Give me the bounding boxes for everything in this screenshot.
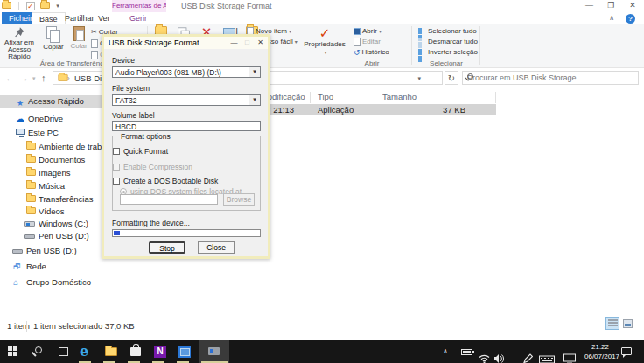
column-header-size[interactable]: Tamanho xyxy=(382,92,416,101)
thumbnails-view-button[interactable] xyxy=(620,317,634,330)
usb-drive-icon xyxy=(24,234,35,239)
properties-button[interactable]: ✓ Propriedades xyxy=(301,26,348,56)
paste-shortcut-icon xyxy=(91,51,98,59)
folder-icon xyxy=(26,156,36,163)
sidebar-item-desktop[interactable]: Ambiente de trabalho xyxy=(0,141,112,153)
chevron-down-icon[interactable]: ▼ xyxy=(248,67,260,77)
search-icon xyxy=(467,73,473,80)
sidebar-item-pen-usb-d-root[interactable]: Pen USB (D:) xyxy=(0,245,112,257)
folder-icon xyxy=(58,74,67,81)
device-select[interactable]: Audio Player\003 (981 MB) (D:\) ▼ xyxy=(112,66,261,78)
paste-button[interactable]: Colar xyxy=(66,26,91,50)
select-all-button[interactable]: Selecionar tudo xyxy=(418,27,477,38)
star-icon: ★ xyxy=(17,97,24,109)
filesystem-select[interactable]: FAT32 ▼ xyxy=(112,94,261,106)
taskbar-app-blue-button[interactable] xyxy=(173,340,196,363)
quick-format-checkbox[interactable]: Quick Format xyxy=(113,147,168,156)
copy-button[interactable]: Copiar xyxy=(40,26,66,51)
details-view-button[interactable] xyxy=(606,317,620,330)
status-bar: 1 item 1 item selecionado 37,0 KB xyxy=(0,313,644,339)
chevron-down-icon[interactable]: ▼ xyxy=(248,95,260,105)
address-dropdown-chevron-icon[interactable]: ▾ xyxy=(417,72,421,85)
sidebar-item-homegroup[interactable]: ⌂Grupo Doméstico xyxy=(0,276,112,289)
usb-format-tool-icon xyxy=(208,347,220,355)
usb-drive-icon xyxy=(12,249,23,254)
dialog-titlebar[interactable]: USB Disk Storage Format — □ ✕ xyxy=(104,37,268,49)
sidebar-item-pictures[interactable]: Imagens xyxy=(0,167,112,179)
taskbar-clock[interactable]: 21:22 06/07/2017 xyxy=(584,342,616,361)
divider xyxy=(66,2,66,10)
sidebar-item-videos[interactable]: Vídeos xyxy=(0,206,112,218)
customize-toolbar-chevron-icon[interactable]: ▾ xyxy=(56,3,60,10)
refresh-icon[interactable]: ↻ xyxy=(444,71,458,85)
action-center-icon[interactable] xyxy=(621,347,632,355)
taskbar-store-button[interactable] xyxy=(124,340,147,363)
history-button[interactable]: ↺Histórico xyxy=(354,48,389,59)
format-options-caption: Format options xyxy=(118,132,173,141)
sidebar-item-windows-c[interactable]: Windows (C:) xyxy=(0,218,112,230)
new-folder-quick-icon[interactable] xyxy=(40,2,50,9)
properties-quick-icon[interactable]: ✓ xyxy=(26,2,35,10)
cell-type: Aplicação xyxy=(318,104,354,115)
help-icon[interactable]: ? xyxy=(626,14,635,24)
divider xyxy=(411,26,412,65)
pin-to-quick-access-button[interactable]: Afixar em Acesso Rápido xyxy=(0,26,38,60)
recent-locations-chevron-icon[interactable]: ▾ xyxy=(32,75,36,82)
filesystem-label: File system xyxy=(112,84,150,93)
search-input[interactable]: Procurar em USB Disk Storage ... xyxy=(462,71,639,85)
minimize-icon[interactable]: — xyxy=(579,0,598,11)
open-button[interactable]: Abrir xyxy=(354,27,382,38)
minimize-ribbon-chevron-icon[interactable]: ∧ xyxy=(609,14,614,22)
sidebar-item-music[interactable]: Música xyxy=(0,180,112,192)
dialog-close-icon[interactable]: ✕ xyxy=(255,38,266,48)
explorer-app-icon xyxy=(2,2,11,9)
sidebar-item-this-pc[interactable]: Este PC xyxy=(0,127,112,139)
wifi-icon[interactable] xyxy=(479,347,490,363)
task-view-button[interactable] xyxy=(52,340,75,363)
tray-expand-chevron-icon[interactable]: ∧ xyxy=(443,340,448,363)
ribbon-tabstrip: Ficheiro Base Partilhar Ver Gerir xyxy=(0,12,644,24)
taskbar-usb-format-button[interactable] xyxy=(200,340,229,363)
column-header-type[interactable]: Tipo xyxy=(318,92,333,101)
computer-icon xyxy=(16,129,25,135)
sidebar-item-network[interactable]: 🗗Rede xyxy=(0,261,112,273)
open-group-label: Abrir xyxy=(346,59,398,67)
taskbar-search-button[interactable] xyxy=(28,340,51,363)
sidebar-item-onedrive[interactable]: ☁OneDrive xyxy=(0,113,112,125)
breadcrumb-chevron-icon: › xyxy=(67,72,70,85)
restore-icon[interactable]: ❐ xyxy=(601,0,620,11)
keyboard-icon[interactable] xyxy=(539,348,555,363)
forward-icon[interactable]: → xyxy=(19,73,29,83)
close-icon[interactable]: ✕ xyxy=(623,0,642,11)
close-button[interactable]: Close xyxy=(198,241,234,254)
tab-view[interactable]: Ver xyxy=(91,12,117,24)
taskbar-edge-button[interactable]: e xyxy=(75,340,98,363)
edit-icon xyxy=(354,38,360,46)
pen-icon[interactable] xyxy=(523,347,533,363)
sidebar-item-downloads[interactable]: Transferências xyxy=(0,193,112,206)
start-button[interactable] xyxy=(2,340,24,363)
monitor-icon[interactable] xyxy=(564,347,576,363)
taskbar-explorer-button[interactable] xyxy=(100,340,122,363)
details-view-icon xyxy=(608,319,618,328)
up-icon[interactable]: ↑ xyxy=(41,73,46,83)
dialog-title: USB Disk Storage Format xyxy=(108,38,200,47)
sidebar-item-pen-usb-d[interactable]: Pen USB (D:) xyxy=(0,230,112,242)
taskbar-onenote-button[interactable]: N xyxy=(149,340,172,363)
stop-button[interactable]: Stop xyxy=(149,241,186,254)
dos-bootable-checkbox[interactable]: Create a DOS Bootable Disk xyxy=(113,177,218,185)
sidebar-item-quick-access[interactable]: ★Acesso Rápido xyxy=(0,95,112,108)
clock-time: 21:22 xyxy=(584,342,616,352)
edit-button[interactable]: Editar xyxy=(354,38,381,48)
scissors-icon: ✂ xyxy=(91,28,97,36)
volume-icon[interactable] xyxy=(494,347,505,363)
invert-selection-button[interactable]: Inverter seleção xyxy=(418,48,478,59)
volume-input[interactable]: HBCD xyxy=(112,121,261,131)
battery-icon[interactable] xyxy=(461,349,472,355)
dialog-minimize-icon[interactable]: — xyxy=(228,38,240,48)
back-icon[interactable]: ← xyxy=(5,73,15,83)
sidebar-item-documents[interactable]: Documentos xyxy=(0,154,112,166)
tab-manage[interactable]: Gerir xyxy=(122,12,154,24)
folder-icon xyxy=(26,182,36,189)
deselect-all-button[interactable]: Desmarcar tudo xyxy=(418,38,478,48)
